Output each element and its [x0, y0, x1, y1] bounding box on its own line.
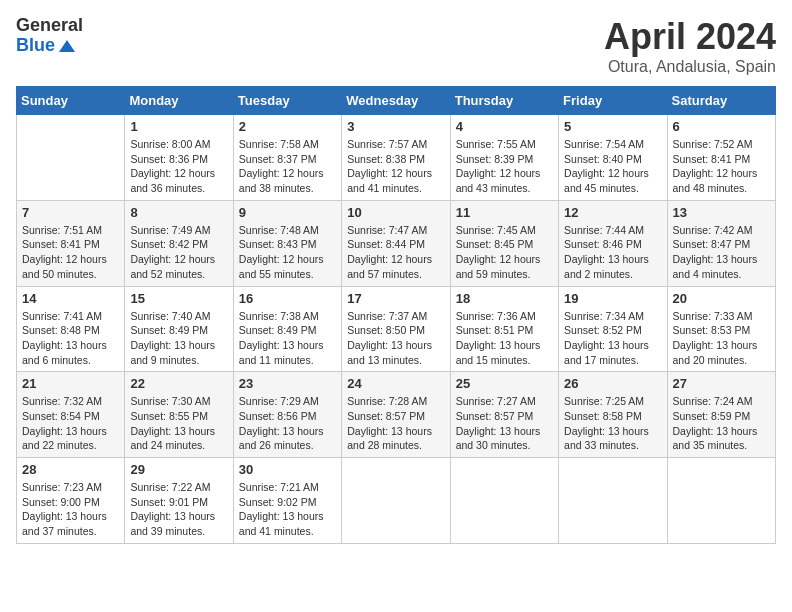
calendar-cell: 12Sunrise: 7:44 AMSunset: 8:46 PMDayligh… [559, 200, 667, 286]
cell-date-number: 28 [22, 462, 119, 477]
cell-date-number: 14 [22, 291, 119, 306]
page-header: General Blue April 2024 Otura, Andalusia… [16, 16, 776, 76]
calendar-table: SundayMondayTuesdayWednesdayThursdayFrid… [16, 86, 776, 544]
cell-date-number: 22 [130, 376, 227, 391]
cell-date-number: 29 [130, 462, 227, 477]
cell-info-text: Sunrise: 7:41 AMSunset: 8:48 PMDaylight:… [22, 309, 119, 368]
cell-date-number: 5 [564, 119, 661, 134]
cell-info-text: Sunrise: 7:33 AMSunset: 8:53 PMDaylight:… [673, 309, 770, 368]
week-row-3: 14Sunrise: 7:41 AMSunset: 8:48 PMDayligh… [17, 286, 776, 372]
month-title: April 2024 [604, 16, 776, 58]
calendar-cell: 7Sunrise: 7:51 AMSunset: 8:41 PMDaylight… [17, 200, 125, 286]
title-area: April 2024 Otura, Andalusia, Spain [604, 16, 776, 76]
cell-info-text: Sunrise: 7:55 AMSunset: 8:39 PMDaylight:… [456, 137, 553, 196]
logo-triangle-icon [57, 36, 77, 56]
calendar-cell: 4Sunrise: 7:55 AMSunset: 8:39 PMDaylight… [450, 115, 558, 201]
cell-date-number: 9 [239, 205, 336, 220]
cell-info-text: Sunrise: 7:44 AMSunset: 8:46 PMDaylight:… [564, 223, 661, 282]
column-header-sunday: Sunday [17, 87, 125, 115]
cell-info-text: Sunrise: 8:00 AMSunset: 8:36 PMDaylight:… [130, 137, 227, 196]
cell-date-number: 26 [564, 376, 661, 391]
column-header-friday: Friday [559, 87, 667, 115]
cell-date-number: 3 [347, 119, 444, 134]
cell-date-number: 17 [347, 291, 444, 306]
calendar-cell [559, 458, 667, 544]
cell-date-number: 10 [347, 205, 444, 220]
calendar-cell: 27Sunrise: 7:24 AMSunset: 8:59 PMDayligh… [667, 372, 775, 458]
cell-date-number: 4 [456, 119, 553, 134]
calendar-cell [17, 115, 125, 201]
cell-info-text: Sunrise: 7:32 AMSunset: 8:54 PMDaylight:… [22, 394, 119, 453]
cell-date-number: 1 [130, 119, 227, 134]
calendar-cell: 1Sunrise: 8:00 AMSunset: 8:36 PMDaylight… [125, 115, 233, 201]
column-header-tuesday: Tuesday [233, 87, 341, 115]
calendar-cell [450, 458, 558, 544]
calendar-cell: 8Sunrise: 7:49 AMSunset: 8:42 PMDaylight… [125, 200, 233, 286]
cell-date-number: 11 [456, 205, 553, 220]
column-header-thursday: Thursday [450, 87, 558, 115]
week-row-2: 7Sunrise: 7:51 AMSunset: 8:41 PMDaylight… [17, 200, 776, 286]
calendar-cell: 26Sunrise: 7:25 AMSunset: 8:58 PMDayligh… [559, 372, 667, 458]
calendar-cell: 29Sunrise: 7:22 AMSunset: 9:01 PMDayligh… [125, 458, 233, 544]
cell-info-text: Sunrise: 7:51 AMSunset: 8:41 PMDaylight:… [22, 223, 119, 282]
calendar-cell: 16Sunrise: 7:38 AMSunset: 8:49 PMDayligh… [233, 286, 341, 372]
calendar-cell: 10Sunrise: 7:47 AMSunset: 8:44 PMDayligh… [342, 200, 450, 286]
calendar-cell: 20Sunrise: 7:33 AMSunset: 8:53 PMDayligh… [667, 286, 775, 372]
cell-info-text: Sunrise: 7:30 AMSunset: 8:55 PMDaylight:… [130, 394, 227, 453]
cell-info-text: Sunrise: 7:40 AMSunset: 8:49 PMDaylight:… [130, 309, 227, 368]
svg-marker-0 [59, 40, 75, 52]
logo-blue: Blue [16, 36, 55, 56]
cell-info-text: Sunrise: 7:28 AMSunset: 8:57 PMDaylight:… [347, 394, 444, 453]
cell-date-number: 21 [22, 376, 119, 391]
cell-date-number: 23 [239, 376, 336, 391]
calendar-cell: 30Sunrise: 7:21 AMSunset: 9:02 PMDayligh… [233, 458, 341, 544]
calendar-cell: 18Sunrise: 7:36 AMSunset: 8:51 PMDayligh… [450, 286, 558, 372]
cell-info-text: Sunrise: 7:54 AMSunset: 8:40 PMDaylight:… [564, 137, 661, 196]
calendar-cell: 28Sunrise: 7:23 AMSunset: 9:00 PMDayligh… [17, 458, 125, 544]
week-row-1: 1Sunrise: 8:00 AMSunset: 8:36 PMDaylight… [17, 115, 776, 201]
calendar-cell [342, 458, 450, 544]
week-row-5: 28Sunrise: 7:23 AMSunset: 9:00 PMDayligh… [17, 458, 776, 544]
week-row-4: 21Sunrise: 7:32 AMSunset: 8:54 PMDayligh… [17, 372, 776, 458]
cell-info-text: Sunrise: 7:52 AMSunset: 8:41 PMDaylight:… [673, 137, 770, 196]
cell-date-number: 13 [673, 205, 770, 220]
cell-date-number: 30 [239, 462, 336, 477]
calendar-cell: 13Sunrise: 7:42 AMSunset: 8:47 PMDayligh… [667, 200, 775, 286]
location-title: Otura, Andalusia, Spain [604, 58, 776, 76]
calendar-cell: 2Sunrise: 7:58 AMSunset: 8:37 PMDaylight… [233, 115, 341, 201]
cell-info-text: Sunrise: 7:36 AMSunset: 8:51 PMDaylight:… [456, 309, 553, 368]
calendar-cell: 19Sunrise: 7:34 AMSunset: 8:52 PMDayligh… [559, 286, 667, 372]
calendar-cell: 14Sunrise: 7:41 AMSunset: 8:48 PMDayligh… [17, 286, 125, 372]
calendar-cell: 15Sunrise: 7:40 AMSunset: 8:49 PMDayligh… [125, 286, 233, 372]
cell-info-text: Sunrise: 7:42 AMSunset: 8:47 PMDaylight:… [673, 223, 770, 282]
calendar-cell: 23Sunrise: 7:29 AMSunset: 8:56 PMDayligh… [233, 372, 341, 458]
cell-date-number: 2 [239, 119, 336, 134]
cell-info-text: Sunrise: 7:21 AMSunset: 9:02 PMDaylight:… [239, 480, 336, 539]
cell-info-text: Sunrise: 7:22 AMSunset: 9:01 PMDaylight:… [130, 480, 227, 539]
cell-info-text: Sunrise: 7:25 AMSunset: 8:58 PMDaylight:… [564, 394, 661, 453]
cell-date-number: 12 [564, 205, 661, 220]
logo-general: General [16, 16, 83, 36]
calendar-cell [667, 458, 775, 544]
cell-date-number: 25 [456, 376, 553, 391]
cell-date-number: 19 [564, 291, 661, 306]
calendar-cell: 11Sunrise: 7:45 AMSunset: 8:45 PMDayligh… [450, 200, 558, 286]
cell-info-text: Sunrise: 7:24 AMSunset: 8:59 PMDaylight:… [673, 394, 770, 453]
calendar-cell: 5Sunrise: 7:54 AMSunset: 8:40 PMDaylight… [559, 115, 667, 201]
calendar-cell: 17Sunrise: 7:37 AMSunset: 8:50 PMDayligh… [342, 286, 450, 372]
calendar-cell: 9Sunrise: 7:48 AMSunset: 8:43 PMDaylight… [233, 200, 341, 286]
column-header-monday: Monday [125, 87, 233, 115]
cell-date-number: 7 [22, 205, 119, 220]
column-header-saturday: Saturday [667, 87, 775, 115]
cell-info-text: Sunrise: 7:45 AMSunset: 8:45 PMDaylight:… [456, 223, 553, 282]
cell-info-text: Sunrise: 7:49 AMSunset: 8:42 PMDaylight:… [130, 223, 227, 282]
cell-date-number: 6 [673, 119, 770, 134]
cell-info-text: Sunrise: 7:48 AMSunset: 8:43 PMDaylight:… [239, 223, 336, 282]
calendar-cell: 21Sunrise: 7:32 AMSunset: 8:54 PMDayligh… [17, 372, 125, 458]
logo: General Blue [16, 16, 83, 56]
column-header-row: SundayMondayTuesdayWednesdayThursdayFrid… [17, 87, 776, 115]
cell-info-text: Sunrise: 7:29 AMSunset: 8:56 PMDaylight:… [239, 394, 336, 453]
cell-info-text: Sunrise: 7:34 AMSunset: 8:52 PMDaylight:… [564, 309, 661, 368]
calendar-cell: 22Sunrise: 7:30 AMSunset: 8:55 PMDayligh… [125, 372, 233, 458]
cell-info-text: Sunrise: 7:23 AMSunset: 9:00 PMDaylight:… [22, 480, 119, 539]
